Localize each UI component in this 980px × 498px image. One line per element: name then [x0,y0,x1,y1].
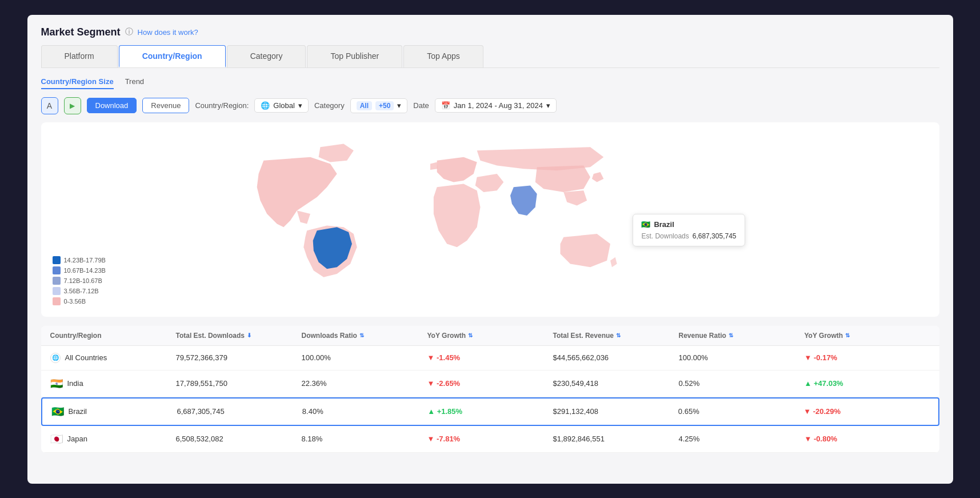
country-name: Japan [67,435,87,443]
date-filter-label: Date [413,101,429,110]
revenue-ratio-cell: 0.65% [678,407,803,416]
table-row[interactable]: 🇮🇳 India 17,789,551,750 22.36% -2.65% $2… [41,370,939,397]
world-map [41,134,939,294]
sort-ratio-icon: ⇅ [359,332,364,338]
legend-color-4 [53,287,61,295]
table-row[interactable]: 🇯🇵 Japan 6,508,532,082 8.18% -7.81% $1,8… [41,426,939,453]
legend-item-4: 3.56B-7.12B [53,287,106,295]
yoy-growth-cell: +1.85% [427,407,553,416]
category-chevron-icon: ▾ [397,101,401,110]
country-select[interactable]: 🌐 Global ▾ [254,98,309,113]
tooltip-country-row: 🇧🇷 Brazil [641,220,736,229]
legend-label-1: 14.23B-17.79B [64,257,106,264]
total-revenue-cell: $230,549,418 [553,379,679,388]
table-row[interactable]: 🇧🇷 Brazil 6,687,305,745 8.40% +1.85% $29… [41,397,939,426]
sort-yoy-icon: ⇅ [468,332,473,338]
sub-tab-size[interactable]: Country/Region Size [41,77,114,89]
country-name: Brazil [69,407,87,416]
date-select[interactable]: 📅 Jan 1, 2024 - Aug 31, 2024 ▾ [435,98,557,113]
flag-icon: 🇯🇵 [50,433,63,445]
total-downloads-cell: 79,572,366,379 [176,353,302,362]
flag-icon: 🇧🇷 [51,405,64,418]
android-icon: ▶ [70,102,75,110]
col-header-revenue-yoy[interactable]: YoY Growth ⇅ [805,332,930,340]
ios-platform-button[interactable]: A [41,97,58,114]
page-title: Market Segment [41,26,121,38]
country-cell: 🇧🇷 Brazil [51,405,177,418]
how-it-works-link[interactable]: How does it work? [138,28,198,37]
page-header: Market Segment ⓘ How does it work? [41,26,939,38]
revenue-ratio-cell: 0.52% [679,379,805,388]
sort-rev-yoy-icon: ⇅ [845,332,850,338]
legend-label-5: 0-3.56B [64,298,86,305]
tooltip-downloads-row: Est. Downloads 6,687,305,745 [641,232,736,240]
filter-row: A ▶ Download Revenue Country/Region: 🌐 G… [41,97,939,114]
total-revenue-cell: $291,132,408 [553,407,678,416]
sub-tab-trend[interactable]: Trend [125,77,144,89]
col-header-yoy-growth[interactable]: YoY Growth ⇅ [427,332,553,340]
legend-color-5 [53,297,61,305]
yoy-growth-cell: -7.81% [427,435,553,443]
legend-item-2: 10.67B-14.23B [53,266,106,274]
flag-icon: 🇮🇳 [50,377,63,390]
data-table: Country/Region Total Est. Downloads ⬇ Do… [41,326,939,453]
col-header-country: Country/Region [50,332,176,340]
tooltip-flag: 🇧🇷 [641,220,650,229]
total-downloads-cell: 6,687,305,745 [177,407,302,416]
country-filter-label: Country/Region: [195,101,249,110]
total-downloads-cell: 6,508,532,082 [176,435,302,443]
col-header-revenue-ratio[interactable]: Revenue Ratio ⇅ [679,332,805,340]
help-icon: ⓘ [125,27,133,37]
country-name: India [67,379,83,388]
col-header-downloads-ratio[interactable]: Downloads Ratio ⇅ [302,332,427,340]
downloads-ratio-cell: 100.00% [302,353,427,362]
legend-label-3: 7.12B-10.67B [64,277,102,284]
country-tooltip: 🇧🇷 Brazil Est. Downloads 6,687,305,745 [633,214,745,246]
tab-top-publisher[interactable]: Top Publisher [307,45,402,67]
downloads-ratio-cell: 22.36% [302,379,427,388]
tooltip-downloads-label: Est. Downloads [641,232,689,240]
category-select[interactable]: All +50 ▾ [350,98,408,113]
chevron-down-icon: ▾ [298,101,302,110]
col-header-revenue[interactable]: Total Est. Revenue ⇅ [553,332,679,340]
table-row[interactable]: 🌐 All Countries 79,572,366,379 100.00% -… [41,346,939,370]
downloads-ratio-cell: 8.40% [302,407,427,416]
main-tabs: Platform Country/Region Category Top Pub… [41,45,939,68]
legend-color-1 [53,256,61,264]
download-metric-button[interactable]: Download [87,98,137,113]
table-header-row: Country/Region Total Est. Downloads ⬇ Do… [41,326,939,346]
revenue-metric-button[interactable]: Revenue [142,98,189,113]
sort-downloads-icon: ⬇ [247,332,251,338]
table-body: 🌐 All Countries 79,572,366,379 100.00% -… [41,346,939,453]
map-legend: 14.23B-17.79B 10.67B-14.23B 7.12B-10.67B… [53,256,106,305]
tooltip-downloads-value: 6,687,305,745 [693,232,737,240]
category-filter-label: Category [314,101,345,110]
tab-top-apps[interactable]: Top Apps [403,45,483,67]
yoy-growth-cell: -1.45% [427,353,553,362]
revenue-ratio-cell: 4.25% [679,435,805,443]
tab-platform[interactable]: Platform [41,45,118,67]
date-chevron-icon: ▾ [546,101,550,110]
main-container: Market Segment ⓘ How does it work? Platf… [27,15,953,484]
total-revenue-cell: $1,892,846,551 [553,435,679,443]
tab-category[interactable]: Category [227,45,306,67]
map-container: 14.23B-17.79B 10.67B-14.23B 7.12B-10.67B… [41,122,939,317]
globe-icon: 🌐 [261,101,270,110]
category-extra-badge: +50 [375,101,394,110]
sub-tabs: Country/Region Size Trend [41,75,939,89]
sort-rev-ratio-icon: ⇅ [729,332,733,338]
revenue-yoy-cell: -0.17% [805,353,930,362]
tab-country-region[interactable]: Country/Region [119,45,226,67]
legend-item-5: 0-3.56B [53,297,106,305]
country-cell: 🇯🇵 Japan [50,433,176,445]
country-select-value: Global [273,101,295,110]
revenue-yoy-cell: -0.80% [805,435,930,443]
country-cell: 🌐 All Countries [50,353,176,363]
total-revenue-cell: $44,565,662,036 [553,353,679,362]
sort-revenue-icon: ⇅ [616,332,621,338]
date-select-value: Jan 1, 2024 - Aug 31, 2024 [454,101,543,110]
yoy-growth-cell: -2.65% [427,379,553,388]
android-platform-button[interactable]: ▶ [64,97,81,114]
downloads-ratio-cell: 8.18% [302,435,427,443]
col-header-downloads[interactable]: Total Est. Downloads ⬇ [176,332,302,340]
